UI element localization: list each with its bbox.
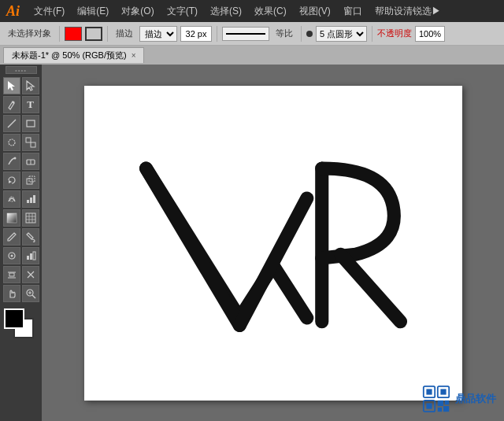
color-boxes — [4, 308, 39, 343]
svg-line-33 — [32, 295, 35, 298]
svg-point-25 — [10, 255, 13, 257]
rotate-tool-btn[interactable] — [3, 172, 20, 189]
svg-rect-18 — [7, 213, 17, 223]
tool-row-9 — [3, 228, 39, 246]
svg-rect-45 — [438, 408, 442, 412]
magic-wand-btn[interactable] — [22, 134, 39, 151]
svg-marker-0 — [8, 81, 15, 90]
watermark: 鼎品软件 — [422, 385, 496, 413]
brush-tool-btn[interactable] — [3, 153, 20, 170]
doc-tab-title: 未标题-1* @ 50% (RGB/预览) — [12, 50, 127, 61]
svg-marker-11 — [9, 180, 12, 183]
mode-select[interactable]: 描边 — [139, 26, 177, 42]
scale-tool-btn[interactable] — [22, 172, 39, 189]
svg-rect-4 — [27, 120, 35, 127]
tool-row-8 — [3, 209, 39, 227]
svg-rect-15 — [27, 200, 29, 203]
stroke-preview-line — [226, 33, 265, 35]
menu-type[interactable]: 文字(T) — [162, 3, 202, 20]
zoom-tool-btn[interactable] — [22, 285, 39, 302]
tool-row-1 — [3, 77, 39, 94]
paint-bucket-btn[interactable] — [22, 228, 39, 246]
vr-logo — [124, 125, 423, 361]
svg-rect-43 — [438, 401, 443, 406]
tool-row-5 — [3, 153, 39, 170]
menu-window[interactable]: 窗口 — [339, 3, 367, 20]
watermark-icon — [422, 385, 450, 413]
svg-rect-7 — [31, 142, 35, 147]
canvas-area: 鼎品软件 — [42, 65, 504, 421]
mode-label: 描边 — [113, 28, 136, 39]
doc-tab[interactable]: 未标题-1* @ 50% (RGB/预览) × — [3, 47, 144, 63]
stroke-color-box[interactable] — [85, 27, 102, 41]
px-input[interactable] — [180, 26, 212, 42]
svg-rect-30 — [9, 273, 14, 276]
pen-tool-btn[interactable] — [3, 96, 20, 113]
svg-rect-6 — [26, 138, 31, 142]
svg-point-5 — [9, 139, 15, 146]
mesh-tool-btn[interactable] — [22, 209, 39, 227]
doc-tab-close[interactable]: × — [132, 51, 136, 60]
hand-tool-btn[interactable] — [3, 285, 20, 302]
menu-file[interactable]: 文件(F) — [29, 3, 69, 20]
camera-tool-btn[interactable] — [3, 247, 20, 264]
svg-rect-40 — [440, 389, 446, 394]
align-tool-btn[interactable] — [3, 266, 20, 283]
menu-help[interactable]: 帮助设清锐选▶ — [370, 3, 446, 20]
slice-tool-btn[interactable] — [22, 266, 39, 283]
lasso-tool-btn[interactable] — [3, 134, 20, 151]
chart-tool-btn[interactable] — [22, 247, 39, 264]
gradient-tool-btn[interactable] — [3, 209, 20, 227]
type-tool-btn[interactable]: T — [22, 96, 39, 113]
fill-color-box[interactable] — [65, 27, 82, 41]
svg-rect-16 — [30, 198, 32, 203]
tool-row-7 — [3, 190, 39, 208]
doc-tab-bar: 未标题-1* @ 50% (RGB/预览) × — [0, 46, 504, 65]
toolbar-divider-2 — [107, 26, 108, 42]
artboard — [84, 86, 462, 401]
menu-select[interactable]: 选择(S) — [206, 3, 246, 20]
svg-line-3 — [8, 120, 16, 127]
tools-handle: •••• — [6, 66, 37, 74]
toolbar: 未选择对象 描边 描边 等比 5 点圆形 不透明度 — [0, 22, 504, 46]
direct-select-tool-btn[interactable] — [22, 77, 39, 94]
svg-rect-38 — [426, 389, 432, 394]
eraser-tool-btn[interactable] — [22, 153, 39, 170]
warp-tool-btn[interactable] — [3, 190, 20, 208]
menu-effect[interactable]: 效果(C) — [250, 3, 291, 20]
toolbar-divider-3 — [217, 26, 217, 42]
svg-rect-27 — [30, 253, 32, 260]
select-tool-btn[interactable] — [3, 77, 20, 94]
rect-tool-btn[interactable] — [22, 115, 39, 132]
handle-dots: •••• — [15, 67, 27, 74]
svg-rect-26 — [27, 256, 29, 260]
menu-bar: 文件(F) 编辑(E) 对象(O) 文字(T) 选择(S) 效果(C) 视图(V… — [29, 3, 446, 20]
watermark-text: 鼎品软件 — [455, 392, 496, 406]
tool-row-3 — [3, 115, 39, 132]
dot-select[interactable]: 5 点圆形 — [316, 26, 367, 42]
selection-label: 未选择对象 — [5, 28, 54, 39]
menu-edit[interactable]: 编辑(E) — [72, 3, 113, 20]
app-logo: Ai — [6, 3, 20, 20]
svg-rect-44 — [445, 401, 449, 404]
opacity-input[interactable] — [415, 26, 445, 42]
menu-view[interactable]: 视图(V) — [295, 3, 335, 20]
svg-rect-42 — [426, 403, 432, 408]
eyedropper-tool-btn[interactable] — [3, 228, 20, 246]
ratio-label: 等比 — [272, 28, 296, 39]
graph-tool-btn[interactable] — [22, 190, 39, 208]
toolbar-divider-1 — [59, 26, 60, 42]
foreground-color-box[interactable] — [4, 308, 24, 329]
tool-row-10 — [3, 247, 39, 264]
tool-row-6 — [3, 172, 39, 189]
tool-row-12 — [3, 285, 39, 302]
title-bar: Ai 文件(F) 编辑(E) 对象(O) 文字(T) 选择(S) 效果(C) 视… — [0, 0, 504, 22]
menu-object[interactable]: 对象(O) — [117, 3, 158, 20]
svg-rect-46 — [443, 406, 449, 412]
tools-panel: •••• T — [0, 65, 42, 421]
toolbar-divider-5 — [372, 26, 372, 42]
svg-marker-1 — [27, 81, 34, 90]
line-tool-btn[interactable] — [3, 115, 20, 132]
svg-rect-28 — [33, 252, 35, 260]
main-area: •••• T — [0, 65, 504, 421]
